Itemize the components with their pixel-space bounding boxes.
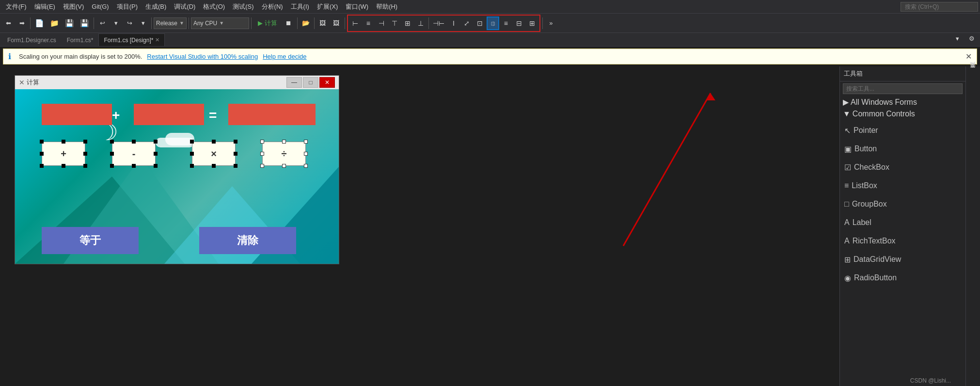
infobar-close-icon[interactable]: ✕ [965, 52, 972, 61]
menu-window[interactable]: 窗口(W) [342, 1, 372, 12]
toolbox-datagridview-item[interactable]: ⊞DataGridView [844, 251, 962, 268]
toolbar-sep-8 [345, 17, 345, 29]
toolbox-search-input[interactable] [843, 83, 963, 94]
menu-git[interactable]: Git(G) [88, 2, 112, 11]
same-width-button[interactable]: ⊣⊢ [430, 16, 447, 30]
op-minus-button[interactable]: - [112, 142, 156, 166]
toolbox-listbox-item[interactable]: ≡ListBox [844, 177, 962, 194]
size-to-grid-button[interactable]: ⤢ [460, 16, 473, 30]
infobar-restart-link[interactable]: Restart Visual Studio with 100% scaling [147, 53, 258, 60]
same-height-button[interactable]: I [447, 16, 460, 30]
save-button[interactable]: 💾 [63, 16, 77, 30]
handle-bl [40, 164, 44, 168]
search-input[interactable] [901, 2, 978, 12]
menu-tools[interactable]: 工具(I) [287, 1, 313, 12]
menu-help[interactable]: 帮助(H) [372, 1, 401, 12]
align-center-h-button[interactable]: ≡ [362, 16, 375, 30]
center-v-button[interactable]: ≡ [500, 16, 512, 30]
equals-button-label: 等于 [79, 233, 101, 248]
center-h-button[interactable]: ⎅ [487, 16, 499, 30]
infobar-help-link[interactable]: Help me decide [263, 53, 306, 60]
toolbox-title: 工具箱 [844, 69, 863, 78]
menu-view[interactable]: 视图(V) [59, 1, 88, 12]
folder-button[interactable]: 📂 [300, 16, 312, 30]
tab-form1-designer-label: Form1.Designer.cs [7, 37, 56, 44]
toolbox-checkbox-item[interactable]: ☑CheckBox [844, 159, 962, 176]
op-multiply-button[interactable]: × [192, 142, 236, 166]
tab-dropdown-button[interactable]: ▾ [951, 32, 964, 45]
toolbox-richtextbox-item[interactable]: ARichTextBox [844, 232, 962, 250]
toolbox-tree-item-all[interactable]: ▶ All Windows Forms [840, 96, 965, 108]
menu-edit[interactable]: 编辑(E) [31, 1, 59, 12]
run-stop-button[interactable]: ⏹ [283, 16, 295, 30]
toolbox-groupbox-item[interactable]: □GroupBox [844, 195, 962, 213]
form-restore-button[interactable]: □ [303, 77, 318, 88]
menu-debug[interactable]: 调试(D) [170, 1, 199, 12]
radiobutton-label: RadioButton [854, 273, 897, 282]
handle-bl-4 [260, 164, 264, 168]
equals-button[interactable]: 等于 [42, 227, 139, 254]
menu-project[interactable]: 项目(P) [113, 1, 142, 12]
toolbox-sidebar-label[interactable]: 工具箱 [967, 68, 979, 76]
arrange-tab-button[interactable]: ⊟ [513, 16, 525, 30]
textbox-number1[interactable] [42, 104, 112, 125]
align-left-button[interactable]: ⊢ [349, 16, 362, 30]
open-file-button[interactable]: 📁 [47, 16, 62, 30]
forward-button[interactable]: ➡ [16, 16, 28, 30]
equals-sign: = [209, 108, 217, 123]
toolbox-tree-item-common[interactable]: ▼ Common Controls [840, 108, 965, 120]
menu-test[interactable]: 测试(S) [229, 1, 257, 12]
cpu-dropdown[interactable]: Any CPU ▼ [191, 17, 249, 29]
align-right-button[interactable]: ⊣ [375, 16, 388, 30]
toolbox-label-item[interactable]: ALabel [844, 214, 962, 231]
tab-form1-design-close-icon[interactable]: ✕ [155, 37, 159, 43]
save-all-button[interactable]: 💾 [78, 16, 92, 30]
size-to-content-button[interactable]: ⊡ [474, 16, 486, 30]
op-divide-button[interactable]: ÷ [262, 142, 306, 166]
arrange-z-button[interactable]: ⊞ [526, 16, 538, 30]
menu-file[interactable]: 文件(F) [2, 1, 31, 12]
overflow-button[interactable]: » [545, 16, 557, 30]
undo-button[interactable]: ↩ [96, 16, 109, 30]
label-label: Label [853, 218, 871, 227]
tab-form1-designer[interactable]: Form1.Designer.cs [2, 33, 62, 46]
toolbox-radiobutton-item[interactable]: ◉RadioButton [844, 269, 962, 287]
release-dropdown[interactable]: Release ▼ [154, 17, 187, 29]
run-button[interactable]: ▶ 计算 [253, 16, 282, 30]
checkbox-icon: ☑ [844, 163, 851, 172]
back-button[interactable]: ⬅ [2, 16, 15, 30]
tab-settings-button[interactable]: ⚙ [965, 32, 978, 45]
form-minimize-button[interactable]: — [286, 77, 302, 88]
clear-button[interactable]: 清除 [199, 227, 296, 254]
align-bottom-button[interactable]: ⊥ [414, 16, 427, 30]
toolbox-pointer-item[interactable]: ↖Pointer [844, 122, 962, 139]
button-icon: ▣ [844, 145, 852, 154]
design-canvas[interactable]: ✕ 计算 — □ ✕ ☽ [0, 66, 839, 386]
align-top-button[interactable]: ⊤ [388, 16, 401, 30]
form-close-button[interactable]: ✕ [319, 77, 335, 88]
listbox-label: ListBox [852, 181, 877, 190]
menubar: 文件(F) 编辑(E) 视图(V) Git(G) 项目(P) 生成(B) 调试(… [0, 0, 980, 14]
undo-dropdown[interactable]: ▾ [110, 16, 122, 30]
textbox-result[interactable] [228, 104, 316, 125]
menu-analyze[interactable]: 分析(N) [258, 1, 287, 12]
image-button[interactable]: 🖼 [316, 16, 329, 30]
new-file-button[interactable]: 📄 [32, 16, 47, 30]
textbox-number2[interactable] [134, 104, 204, 125]
menu-build[interactable]: 生成(B) [142, 1, 170, 12]
handle-tm-2 [132, 140, 136, 144]
menu-format[interactable]: 格式(O) [199, 1, 229, 12]
redo-button[interactable]: ↪ [123, 16, 136, 30]
tab-form1-design[interactable]: Form1.cs [Design]* ✕ [98, 33, 165, 46]
toolbar-sep-6 [297, 17, 298, 29]
redo-dropdown[interactable]: ▾ [137, 16, 149, 30]
align-middle-v-button[interactable]: ⊞ [401, 16, 414, 30]
handle-mr-2 [154, 152, 158, 156]
menu-extensions[interactable]: 扩展(X) [313, 1, 342, 12]
toolbox-button-item[interactable]: ▣Button [844, 140, 962, 158]
image2-button[interactable]: 🖼 [330, 16, 343, 30]
tab-form1-cs[interactable]: Form1.cs* [62, 33, 99, 46]
op-plus-button[interactable]: + [42, 142, 85, 166]
layout-sep-1 [428, 17, 429, 29]
handle-bl-2 [110, 164, 114, 168]
